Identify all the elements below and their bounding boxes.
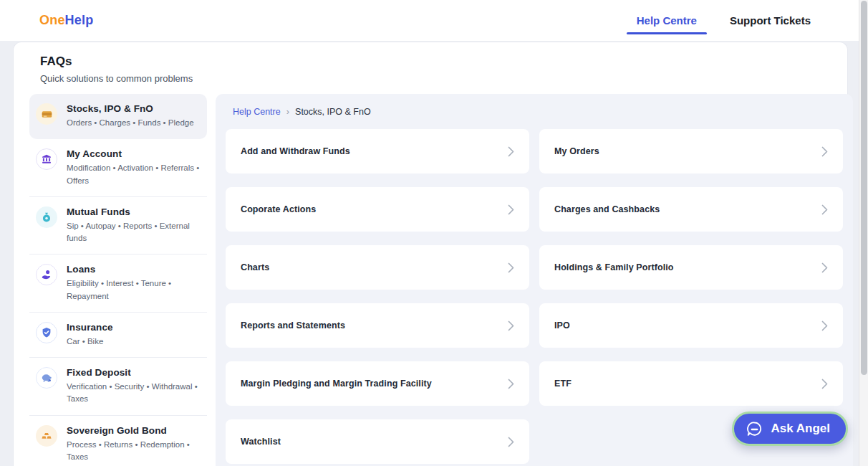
chevron-right-icon (508, 204, 514, 215)
top-header: OneHelp Help Centre Support Tickets (0, 0, 868, 41)
tab-help-centre[interactable]: Help Centre (634, 0, 700, 41)
sidebar-item-title: Loans (67, 264, 201, 275)
sidebar-item-title: Stocks, IPO & FnO (67, 103, 201, 114)
sidebar-item-title: Sovereign Gold Bond (67, 425, 201, 436)
category-sidebar: Stocks, IPO & FnO Orders • Charges • Fun… (29, 94, 207, 466)
sidebar-item-subtitle: Verification • Security • Withdrawal • T… (67, 381, 201, 406)
piggy-bank-icon (36, 367, 57, 389)
chevron-right-icon (821, 146, 828, 157)
shield-check-icon (36, 322, 57, 343)
topic-card-holdings-family-portfolio[interactable]: Holdings & Family Portfolio (539, 245, 843, 290)
faq-header: FAQs Quick solutions to common problems (14, 42, 847, 84)
sidebar-item-fixed-deposit[interactable]: Fixed Deposit Verification • Security • … (29, 358, 207, 416)
chevron-right-icon (508, 379, 514, 389)
chevron-right-icon (821, 320, 828, 331)
chevron-separator-icon: › (286, 106, 289, 117)
topic-card-margin-pledging-mtf[interactable]: Margin Pledging and Margin Trading Facil… (226, 361, 529, 406)
page-subtitle: Quick solutions to common problems (40, 73, 847, 84)
logo-part-one: One (39, 13, 65, 27)
hand-coin-icon (36, 264, 57, 285)
chevron-right-icon (821, 379, 828, 389)
sidebar-item-subtitle: Sip • Autopay • Reports • External funds (67, 220, 201, 245)
sidebar-item-subtitle: Car • Bike (67, 336, 201, 348)
header-tabs: Help Centre Support Tickets (634, 0, 814, 41)
sidebar-item-title: Mutual Funds (67, 206, 201, 217)
sidebar-item-sovereign-gold-bond[interactable]: Sovereign Gold Bond Process • Returns • … (29, 416, 207, 466)
ask-angel-button[interactable]: Ask Angel (732, 412, 848, 446)
chevron-right-icon (821, 262, 828, 273)
chevron-right-icon (821, 204, 828, 215)
logo-part-help: Help (65, 13, 94, 27)
page-scrollbar[interactable] (859, 0, 868, 466)
ask-angel-label: Ask Angel (771, 422, 830, 436)
topic-card-add-withdraw-funds[interactable]: Add and Withdraw Funds (226, 129, 529, 173)
sidebar-item-mutual-funds[interactable]: Mutual Funds Sip • Autopay • Reports • E… (29, 197, 207, 255)
sidebar-item-stocks-ipo-fno[interactable]: Stocks, IPO & FnO Orders • Charges • Fun… (29, 94, 207, 139)
sidebar-item-insurance[interactable]: Insurance Car • Bike (29, 313, 207, 358)
sidebar-item-subtitle: Orders • Charges • Funds • Pledge (67, 117, 201, 129)
topic-card-charges-cashbacks[interactable]: Charges and Cashbacks (539, 187, 843, 232)
sidebar-item-title: Insurance (67, 322, 201, 333)
topic-card-reports-statements[interactable]: Reports and Statements (226, 303, 529, 348)
onehelp-logo[interactable]: OneHelp (39, 13, 93, 28)
sidebar-item-subtitle: Modification • Activation • Referrals • … (67, 162, 201, 187)
breadcrumb-current: Stocks, IPO & FnO (295, 107, 371, 117)
page-title: FAQs (40, 54, 847, 69)
card-icon (36, 103, 57, 125)
scrollbar-thumb[interactable] (861, 1, 867, 375)
breadcrumb: Help Centre › Stocks, IPO & FnO (226, 106, 843, 117)
chevron-right-icon (508, 146, 514, 157)
topics-area: Help Centre › Stocks, IPO & FnO Add and … (216, 94, 853, 466)
gold-bars-icon (36, 425, 57, 447)
chat-bubble-icon (746, 421, 763, 437)
breadcrumb-help-centre[interactable]: Help Centre (233, 107, 281, 117)
sidebar-item-subtitle: Process • Returns • Redemption • Taxes (67, 439, 201, 464)
topic-card-etf[interactable]: ETF (539, 361, 843, 406)
topic-card-my-orders[interactable]: My Orders (539, 129, 843, 173)
sidebar-item-my-account[interactable]: My Account Modification • Activation • R… (29, 139, 207, 197)
topic-card-ipo[interactable]: IPO (539, 303, 843, 348)
sidebar-item-title: My Account (67, 148, 201, 159)
chevron-right-icon (508, 437, 514, 447)
chevron-right-icon (508, 320, 514, 331)
topic-card-watchlist[interactable]: Watchlist (226, 419, 529, 464)
topic-card-charts[interactable]: Charts (226, 245, 529, 290)
chevron-right-icon (508, 262, 514, 273)
topic-card-corporate-actions[interactable]: Coporate Actions (226, 187, 529, 232)
bank-icon (36, 148, 57, 170)
sidebar-item-title: Fixed Deposit (67, 367, 201, 378)
faq-panel: FAQs Quick solutions to common problems … (13, 42, 848, 466)
sidebar-item-subtitle: Eligibility • Interest • Tenure • Repaym… (67, 277, 201, 303)
money-bag-icon (36, 206, 57, 228)
sidebar-item-loans[interactable]: Loans Eligibility • Interest • Tenure • … (29, 255, 207, 313)
tab-support-tickets[interactable]: Support Tickets (727, 0, 814, 41)
